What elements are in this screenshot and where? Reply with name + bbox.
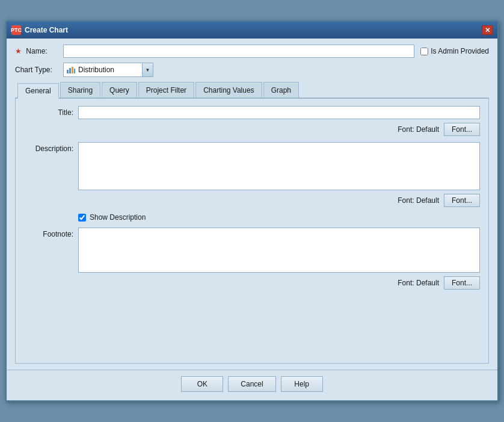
tabs-container: General Sharing Query Project Filter Cha…: [15, 82, 489, 364]
name-label: ★ Name:: [15, 47, 63, 55]
ptc-logo: PTC: [11, 25, 21, 35]
general-tab-panel: Title: Font: Default Font... Description…: [15, 99, 489, 364]
description-font-default-label: Font: Default: [398, 196, 439, 205]
svg-rect-2: [72, 67, 73, 73]
svg-rect-3: [74, 69, 75, 73]
create-chart-dialog: PTC Create Chart ✕ ★ Name: Is Admin Prov…: [5, 20, 499, 402]
tab-graph[interactable]: Graph: [263, 82, 299, 98]
cancel-button[interactable]: Cancel: [228, 376, 275, 392]
tab-sharing[interactable]: Sharing: [60, 82, 100, 98]
tab-project-filter[interactable]: Project Filter: [138, 82, 194, 98]
footnote-form-row: Footnote:: [24, 228, 480, 273]
title-bar-left: PTC Create Chart: [11, 25, 68, 35]
dialog-footer: OK Cancel Help: [7, 370, 497, 400]
description-label: Description:: [24, 142, 78, 153]
admin-provided-label: Is Admin Provided: [431, 47, 489, 55]
title-form-row: Title:: [24, 106, 480, 119]
title-font-button[interactable]: Font...: [444, 123, 480, 136]
description-font-row: Font: Default Font...: [24, 194, 480, 207]
title-label: Title:: [24, 106, 78, 117]
show-description-checkbox[interactable]: [78, 214, 86, 222]
footnote-font-button[interactable]: Font...: [444, 276, 480, 290]
show-description-row: Show Description: [78, 213, 480, 222]
chart-type-icon: [66, 65, 76, 75]
footnote-textarea[interactable]: [78, 228, 480, 273]
title-input[interactable]: [78, 106, 480, 119]
svg-rect-0: [67, 70, 69, 73]
description-font-button[interactable]: Font...: [444, 194, 480, 207]
tab-charting-values[interactable]: Charting Values: [195, 82, 262, 98]
footnote-font-default-label: Font: Default: [398, 279, 439, 287]
title-bar: PTC Create Chart ✕: [7, 22, 497, 39]
name-row: ★ Name: Is Admin Provided: [15, 45, 489, 58]
required-star: ★: [15, 47, 22, 55]
tabs: General Sharing Query Project Filter Cha…: [15, 82, 489, 99]
tab-general[interactable]: General: [17, 83, 59, 99]
close-button[interactable]: ✕: [482, 25, 493, 35]
chart-type-select[interactable]: Distribution ▼: [63, 63, 153, 77]
footnote-font-row: Font: Default Font...: [24, 276, 480, 290]
help-button[interactable]: Help: [281, 376, 323, 392]
chart-type-text: Distribution: [78, 66, 140, 74]
title-font-row: Font: Default Font...: [24, 123, 480, 136]
dialog-title: Create Chart: [25, 26, 68, 34]
footnote-label: Footnote:: [24, 228, 78, 238]
tab-query[interactable]: Query: [102, 82, 137, 98]
dropdown-arrow-icon: ▼: [142, 63, 153, 76]
dialog-body: ★ Name: Is Admin Provided Chart Type: D: [7, 39, 497, 370]
admin-provided-checkbox[interactable]: [420, 48, 428, 55]
admin-provided-area: Is Admin Provided: [420, 47, 489, 55]
show-description-label: Show Description: [90, 213, 146, 222]
name-input[interactable]: [63, 45, 414, 58]
chart-type-label: Chart Type:: [15, 66, 63, 74]
description-textarea[interactable]: [78, 142, 480, 190]
svg-rect-1: [69, 68, 71, 73]
description-form-row: Description:: [24, 142, 480, 190]
chart-type-row: Chart Type: Distribution ▼: [15, 63, 489, 77]
ok-button[interactable]: OK: [181, 376, 223, 392]
title-font-default-label: Font: Default: [398, 125, 439, 134]
